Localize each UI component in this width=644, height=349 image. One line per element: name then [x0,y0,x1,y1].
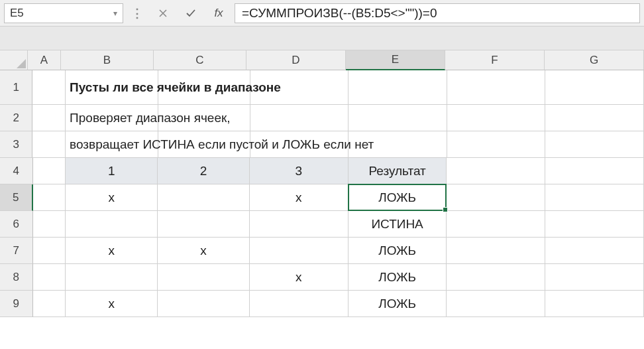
enter-button[interactable] [179,3,203,23]
col-header-E[interactable]: E [346,50,445,70]
cell-D9[interactable] [250,291,349,317]
row-9: 9 x ЛОЖЬ [0,291,644,317]
cell-A1[interactable] [32,70,66,105]
cell-G8[interactable] [545,264,644,291]
cell-A6[interactable] [33,211,66,238]
row-header-9[interactable]: 9 [0,291,33,317]
cell-B5[interactable]: x [66,184,158,211]
cell-F8[interactable] [447,264,545,291]
cell-E7[interactable]: ЛОЖЬ [349,238,447,264]
cell-D7[interactable] [250,238,349,264]
cell-B3[interactable]: возвращает ИСТИНА если пустой и ЛОЖЬ есл… [66,131,158,158]
row-header-8[interactable]: 8 [0,264,33,291]
col-header-D[interactable]: D [246,50,346,70]
cell-E9[interactable]: ЛОЖЬ [349,291,447,317]
cell-D8[interactable]: x [250,264,349,291]
cell-G6[interactable] [545,211,644,238]
row-header-2[interactable]: 2 [0,105,32,131]
cell-D5[interactable]: x [250,184,349,211]
cell-F9[interactable] [447,291,545,317]
separator-icon: ⋮ [127,6,147,21]
name-box[interactable]: E5 ▾ [4,3,123,23]
row-header-7[interactable]: 7 [0,238,33,264]
cell-D6[interactable] [250,211,349,238]
cell-C9[interactable] [158,291,250,317]
cell-F5[interactable] [447,184,545,211]
cell-F1[interactable] [447,70,546,105]
cell-F6[interactable] [447,211,545,238]
cell-B6[interactable] [66,211,158,238]
cell-G3[interactable] [545,131,644,158]
check-icon [185,7,197,19]
cell-G7[interactable] [545,238,644,264]
col-header-G[interactable]: G [545,50,644,70]
cell-F4[interactable] [447,158,545,184]
cell-A5[interactable] [33,184,66,211]
close-icon [158,8,168,19]
formula-text: =СУММПРОИЗВ(--(B5:D5<>""))=0 [242,6,437,21]
cell-F2[interactable] [447,105,546,131]
cell-F3[interactable] [447,131,546,158]
col-header-C[interactable]: C [154,50,246,70]
cell-C5[interactable] [158,184,250,211]
row-header-3[interactable]: 3 [0,131,32,158]
cell-G9[interactable] [545,291,644,317]
column-headers-row: A B C D E F G [0,50,644,70]
row-header-1[interactable]: 1 [0,70,32,105]
col-header-B[interactable]: B [61,50,154,70]
row-header-6[interactable]: 6 [0,211,33,238]
cell-E6[interactable]: ИСТИНА [349,211,447,238]
row-2: 2 Проверяет диапазон ячеек, [0,105,644,131]
row-header-5[interactable]: 5 [0,184,33,211]
cell-D4[interactable]: 3 [250,158,349,184]
toolbar-gap [0,27,644,50]
formula-bar: E5 ▾ ⋮ fx =СУММПРОИЗВ(--(B5:D5<>""))=0 [0,0,644,27]
cell-E5[interactable]: ЛОЖЬ [349,184,447,211]
formula-input[interactable]: =СУММПРОИЗВ(--(B5:D5<>""))=0 [235,3,640,23]
cell-A2[interactable] [32,105,66,131]
cell-G5[interactable] [545,184,644,211]
row-1: 1 Пусты ли все ячейки в диапазоне [0,70,644,105]
cell-A3[interactable] [32,131,66,158]
cell-B8[interactable] [66,264,158,291]
name-box-value: E5 [10,7,113,20]
cell-C8[interactable] [158,264,250,291]
row-5: 5 x x ЛОЖЬ [0,184,644,211]
cell-B2[interactable]: Проверяет диапазон ячеек, [66,105,158,131]
cell-G4[interactable] [545,158,644,184]
cell-D2[interactable] [250,105,349,131]
cell-G2[interactable] [545,105,644,131]
insert-function-button[interactable]: fx [207,3,231,23]
col-header-F[interactable]: F [445,50,545,70]
row-3: 3 возвращает ИСТИНА если пустой и ЛОЖЬ е… [0,131,644,158]
cell-C4[interactable]: 2 [158,158,250,184]
cell-C6[interactable] [158,211,250,238]
cell-A4[interactable] [33,158,66,184]
cell-A8[interactable] [33,264,66,291]
cell-A9[interactable] [33,291,66,317]
row-7: 7 x x ЛОЖЬ [0,238,644,264]
row-8: 8 x ЛОЖЬ [0,264,644,291]
cell-B1[interactable]: Пусты ли все ячейки в диапазоне [66,70,158,105]
select-all-corner[interactable] [0,50,28,70]
cell-E8[interactable]: ЛОЖЬ [349,264,447,291]
cancel-button[interactable] [151,3,175,23]
row-6: 6 ИСТИНА [0,211,644,238]
cell-A7[interactable] [33,238,66,264]
cell-C7[interactable]: x [158,238,250,264]
cell-F7[interactable] [447,238,545,264]
fx-icon: fx [214,7,223,20]
cell-E1[interactable] [349,70,447,105]
cell-G1[interactable] [545,70,644,105]
cell-B4[interactable]: 1 [66,158,158,184]
chevron-down-icon[interactable]: ▾ [113,9,117,18]
cell-B9[interactable]: x [66,291,158,317]
cell-B7[interactable]: x [66,238,158,264]
cell-E4[interactable]: Результат [349,158,447,184]
col-header-A[interactable]: A [28,50,61,70]
cell-E2[interactable] [349,105,447,131]
row-header-4[interactable]: 4 [0,158,33,184]
row-4: 4 1 2 3 Результат [0,158,644,184]
